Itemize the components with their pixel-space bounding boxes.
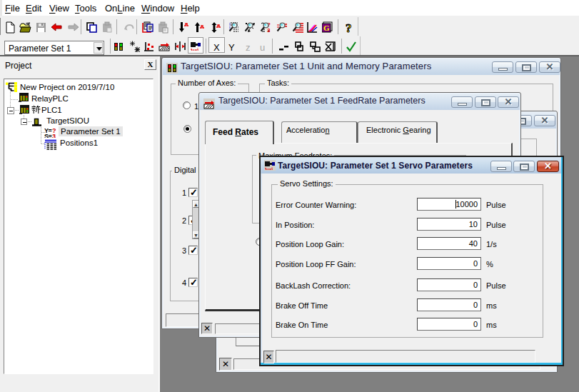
- svg-text:?: ?: [346, 21, 352, 34]
- svg-text:3: 3: [267, 27, 271, 34]
- svg-text:S=: S=: [44, 133, 52, 138]
- svg-text:G: G: [323, 24, 330, 32]
- svg-text:3: 3: [52, 133, 56, 138]
